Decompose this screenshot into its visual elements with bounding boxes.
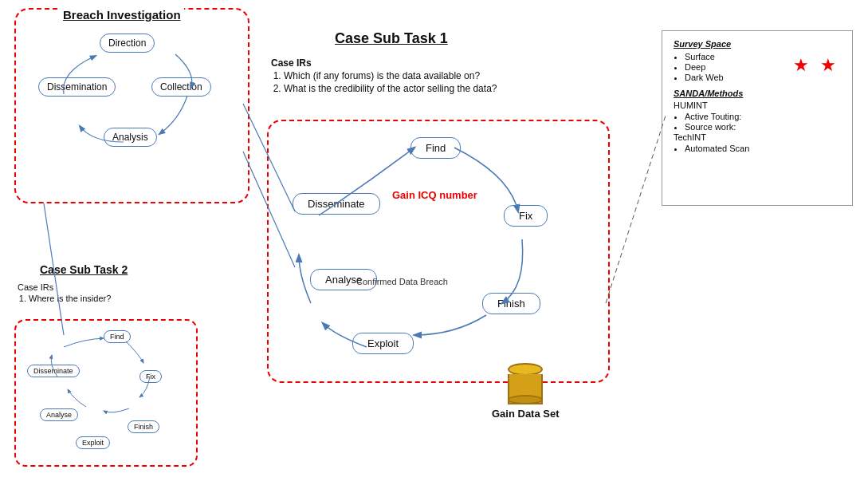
survey-item-surface: Surface xyxy=(685,52,841,61)
techint-item-1: Automated Scan xyxy=(685,144,841,153)
task1-ir2: What is the credibility of the actor sel… xyxy=(284,83,497,94)
sanda-title: SANDA/Methods xyxy=(674,89,841,98)
sm-diss: Disseminate xyxy=(27,365,80,377)
sm-finish: Finish xyxy=(128,420,159,433)
gain-dataset-label: Gain Data Set xyxy=(492,408,560,420)
gain-icq-label: Gain ICQ number xyxy=(392,189,477,201)
techint-label: TechINT xyxy=(674,132,841,142)
task2-irs-label: Case IRs xyxy=(18,282,53,292)
cyl-bottom-oval xyxy=(508,395,543,404)
breach-title: Breach Investigation xyxy=(60,8,184,22)
task1-title: Case Sub Task 1 xyxy=(335,30,448,47)
cn-exploit: Exploit xyxy=(352,333,414,354)
task2-ir1: Where is the insider? xyxy=(29,294,111,303)
cylinder-icon xyxy=(508,363,543,404)
confirmed-breach-label: Confirmed Data Breach xyxy=(356,277,448,286)
survey-list: Surface Deep Dark Web xyxy=(674,52,841,82)
survey-title: Survey Space xyxy=(674,39,841,49)
cn-find: Find xyxy=(410,137,461,159)
cn-fix: Fix xyxy=(504,205,548,227)
breach-box: Breach Investigation Direction Collectio… xyxy=(14,8,249,203)
sm-find: Find xyxy=(104,330,131,343)
task2-cycle-box: Find Fix Finish Exploit Analyse Dissemin… xyxy=(14,319,198,467)
task1-irs-label: Case IRs xyxy=(271,57,312,69)
survey-box: ★ ★ Survey Space Surface Deep Dark Web S… xyxy=(662,30,853,206)
node-analysis: Analysis xyxy=(104,128,157,147)
node-collection: Collection xyxy=(151,77,211,97)
cn-finish: Finish xyxy=(482,293,540,314)
humint-item-2: Source work: xyxy=(685,122,841,132)
sm-exploit: Exploit xyxy=(76,436,110,449)
cn-disseminate: Disseminate xyxy=(293,193,380,215)
node-direction: Direction xyxy=(100,34,155,53)
survey-content: Survey Space Surface Deep Dark Web SANDA… xyxy=(662,31,852,162)
task2-irs: Case IRs Where is the insider? xyxy=(18,282,111,303)
svg-line-3 xyxy=(606,116,666,303)
task1-cycle-box: Find Fix Finish Exploit Analyse Dissemin… xyxy=(267,120,610,383)
humint-list: Active Touting: Source work: xyxy=(674,112,841,132)
task2-title: Case Sub Task 2 xyxy=(40,263,128,276)
task1-irs: Case IRs Which (if any forums) is the da… xyxy=(271,57,497,96)
sm-fix: Fix xyxy=(139,370,162,383)
humint-item-1: Active Touting: xyxy=(685,112,841,121)
gain-dataset: Gain Data Set xyxy=(492,363,560,420)
humint-label: HUMINT xyxy=(674,101,841,110)
sm-analyse: Analyse xyxy=(40,408,78,421)
survey-item-darkweb: Dark Web xyxy=(685,73,841,82)
task1-ir1: Which (if any forums) is the data availa… xyxy=(284,70,497,81)
node-dissemination: Dissemination xyxy=(38,77,116,97)
main-canvas: Breach Investigation Direction Collectio… xyxy=(0,0,868,497)
techint-list: Automated Scan xyxy=(674,144,841,153)
survey-item-deep: Deep xyxy=(685,62,841,72)
